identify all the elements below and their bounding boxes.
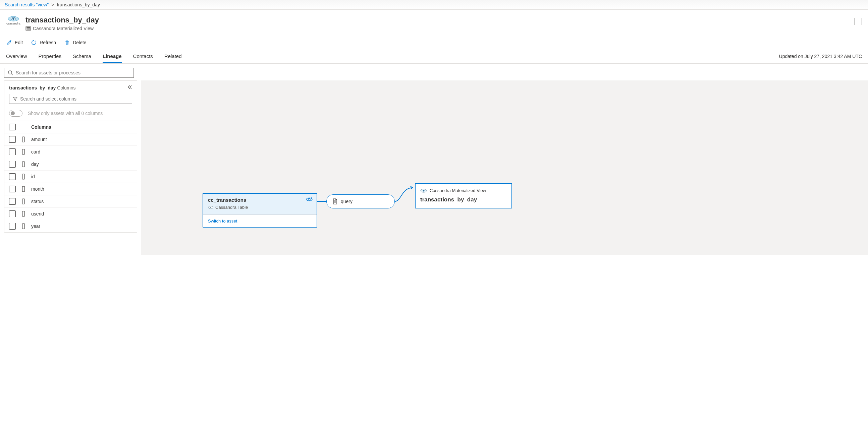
column-name: month [31, 186, 44, 192]
tab-lineage[interactable]: Lineage [103, 49, 122, 63]
column-row[interactable]: userid [4, 207, 137, 220]
tabs-row: Overview Properties Schema Lineage Conta… [0, 49, 868, 64]
lineage-canvas[interactable]: cc_transactions Cassandra Table Switch t… [141, 80, 868, 255]
svg-point-2 [12, 18, 14, 20]
svg-rect-4 [27, 27, 30, 28]
column-search[interactable] [9, 94, 132, 104]
column-name: id [31, 174, 35, 179]
svg-rect-13 [23, 186, 25, 192]
svg-point-26 [423, 190, 425, 191]
command-bar: Edit Refresh Delete [0, 36, 868, 49]
svg-line-18 [311, 197, 312, 198]
select-all-checkbox[interactable] [9, 124, 16, 130]
last-updated: Updated on July 27, 2021 3:42 AM UTC [779, 49, 862, 63]
refresh-button[interactable]: Refresh [31, 39, 56, 45]
breadcrumb-back-link[interactable]: Search results "view" [5, 2, 49, 7]
edit-button[interactable]: Edit [6, 39, 23, 45]
eye-icon[interactable] [306, 197, 313, 203]
columns-panel: transactions_by_dayColumns Show only ass… [4, 80, 137, 233]
column-checkbox[interactable] [9, 210, 16, 217]
refresh-icon [31, 39, 37, 45]
column-checkbox[interactable] [9, 136, 16, 143]
column-checkbox[interactable] [9, 186, 16, 192]
lineage-target-type: Cassandra Materialized View [420, 188, 507, 193]
header-action-placeholder[interactable] [855, 18, 862, 25]
lineage-node-process[interactable]: query [326, 194, 395, 208]
column-icon [21, 223, 26, 229]
column-row[interactable]: amount [4, 133, 137, 145]
column-row[interactable]: day [4, 158, 137, 170]
column-row[interactable]: id [4, 170, 137, 182]
asset-search-input[interactable] [16, 70, 130, 75]
column-row[interactable]: year [4, 220, 137, 232]
column-name: card [31, 149, 40, 155]
svg-rect-12 [23, 174, 25, 179]
column-row[interactable]: status [4, 195, 137, 207]
tab-related[interactable]: Related [164, 49, 182, 63]
tab-contacts[interactable]: Contacts [133, 49, 153, 63]
svg-rect-5 [27, 29, 30, 29]
lineage-edge [395, 186, 416, 203]
breadcrumb: Search results "view" > transactions_by_… [0, 0, 868, 10]
show-only-label: Show only assets with all 0 columns [28, 110, 103, 116]
column-icon [21, 161, 26, 167]
lineage-node-source[interactable]: cc_transactions Cassandra Table Switch t… [203, 193, 317, 228]
tab-overview[interactable]: Overview [6, 49, 27, 63]
delete-button[interactable]: Delete [64, 39, 86, 45]
column-icon [21, 136, 26, 142]
lineage-edge [317, 200, 327, 203]
svg-rect-9 [23, 137, 25, 142]
column-name: day [31, 162, 39, 167]
svg-point-7 [8, 71, 12, 74]
column-checkbox[interactable] [9, 198, 16, 205]
column-checkbox[interactable] [9, 161, 16, 168]
asset-search[interactable] [4, 68, 134, 78]
switch-to-asset-link[interactable]: Switch to asset [208, 218, 237, 224]
trash-icon [64, 39, 70, 45]
column-name: status [31, 199, 43, 204]
cassandra-logo: cassandra [6, 16, 21, 31]
page-title: transactions_by_day [26, 16, 99, 25]
lineage-process-label: query [341, 199, 352, 204]
document-icon [332, 198, 338, 204]
collapse-panel-button[interactable] [127, 85, 132, 91]
column-name: year [31, 224, 40, 229]
svg-rect-10 [23, 149, 25, 155]
column-row[interactable]: card [4, 145, 137, 158]
breadcrumb-current: transactions_by_day [57, 2, 100, 7]
svg-rect-16 [23, 224, 25, 229]
lineage-target-title: transactions_by_day [420, 196, 507, 203]
column-icon [21, 198, 26, 204]
materialized-view-icon [26, 26, 31, 31]
filter-icon [13, 97, 18, 101]
column-name: amount [31, 137, 47, 142]
svg-point-20 [210, 207, 211, 208]
column-list-header: Columns [4, 121, 137, 133]
breadcrumb-separator: > [51, 2, 54, 7]
lineage-node-type: Cassandra Table [208, 205, 312, 210]
page-header: cassandra transactions_by_day Cassandra … [0, 10, 868, 36]
search-icon [8, 70, 13, 75]
column-search-input[interactable] [20, 96, 128, 102]
svg-rect-11 [23, 162, 25, 167]
cassandra-small-icon [420, 189, 427, 193]
cassandra-small-icon [208, 206, 213, 209]
column-icon [21, 186, 26, 192]
lineage-node-title: cc_transactions [208, 197, 312, 203]
column-row[interactable]: month [4, 182, 137, 195]
column-name: userid [31, 211, 44, 216]
column-icon [21, 211, 26, 217]
show-only-toggle[interactable] [9, 110, 23, 116]
lineage-node-target[interactable]: Cassandra Materialized View transactions… [415, 183, 512, 208]
svg-line-8 [11, 74, 13, 75]
column-checkbox[interactable] [9, 148, 16, 155]
chevron-double-left-icon [127, 85, 132, 90]
tab-schema[interactable]: Schema [73, 49, 91, 63]
column-checkbox[interactable] [9, 223, 16, 230]
column-checkbox[interactable] [9, 173, 16, 180]
asset-subtype: Cassandra Materialized View [26, 26, 99, 31]
svg-rect-6 [27, 29, 30, 30]
tab-properties[interactable]: Properties [38, 49, 61, 63]
column-icon [21, 149, 26, 155]
pencil-icon [6, 39, 12, 45]
